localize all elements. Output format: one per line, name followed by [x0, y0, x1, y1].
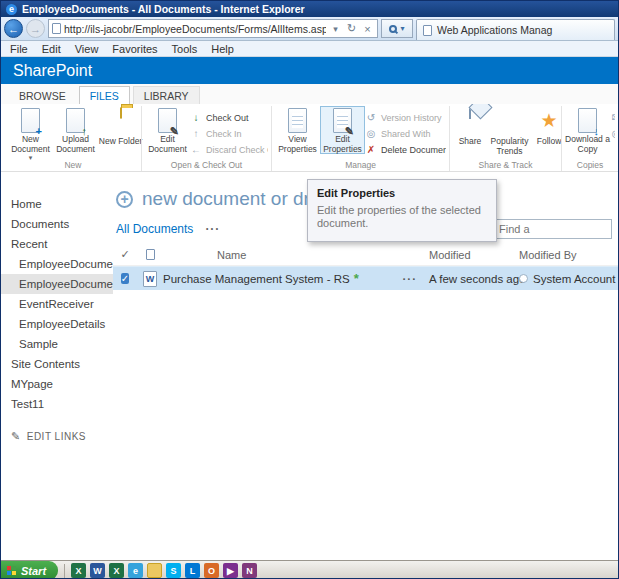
find-file-input[interactable] — [494, 219, 612, 239]
menu-help[interactable]: Help — [211, 43, 234, 55]
edit-document-button[interactable]: Edit Document — [145, 106, 190, 154]
excel-icon[interactable]: X — [71, 563, 86, 578]
word-icon[interactable]: W — [90, 563, 105, 578]
share-icon — [469, 107, 471, 119]
stop-icon[interactable] — [361, 23, 374, 35]
url-text[interactable]: http://ils-jacobr/EmployeeDocuments/Form… — [64, 23, 326, 35]
ribbon-group-new: New Document Upload Document New Folder … — [5, 106, 141, 171]
button-label: Shared With — [381, 129, 431, 139]
back-button[interactable] — [4, 19, 23, 38]
tab-browse[interactable]: BROWSE — [9, 87, 76, 104]
menu-file[interactable]: File — [10, 43, 28, 55]
check-in-button[interactable]: Check In — [190, 127, 268, 140]
version-history-button[interactable]: Version History — [365, 111, 446, 124]
share-button[interactable]: Share — [453, 106, 487, 146]
excel-icon-2[interactable]: X — [109, 563, 124, 578]
shared-with-icon — [365, 128, 377, 140]
ribbon: New Document Upload Document New Folder … — [1, 104, 618, 172]
address-dropdown-icon[interactable] — [329, 24, 342, 34]
sidebar-item-sample[interactable]: Sample — [1, 334, 113, 354]
onenote-icon[interactable]: N — [242, 563, 257, 578]
chevron-down-icon — [400, 24, 404, 33]
skype-icon[interactable]: S — [166, 563, 181, 578]
menu-view[interactable]: View — [75, 43, 99, 55]
view-properties-icon — [288, 108, 307, 133]
sidebar-item-eventreceiver[interactable]: EventReceiver — [1, 294, 113, 314]
view-more-button[interactable]: ··· — [205, 222, 220, 236]
ribbon-group-copies: Download a Copy Copies — [561, 106, 618, 171]
group-label-new: New — [5, 160, 141, 170]
view-properties-button[interactable]: View Properties — [275, 106, 320, 154]
manage-copies-icon — [610, 128, 615, 140]
sharepoint-brand[interactable]: SharePoint — [13, 62, 92, 80]
sidebar-item-recent[interactable]: Recent — [1, 234, 113, 254]
discard-check-out-button[interactable]: Discard Check Out — [190, 143, 268, 156]
sidebar-item-mypage[interactable]: MYpage — [1, 374, 113, 394]
tooltip-description: Edit the properties of the selected docu… — [317, 204, 487, 230]
search-icon — [389, 25, 397, 33]
address-bar[interactable]: http://ils-jacobr/EmployeeDocuments/Form… — [48, 19, 378, 38]
version-history-icon — [365, 112, 377, 124]
sidebar-item-test11[interactable]: Test11 — [1, 394, 113, 414]
modified-by-value[interactable]: System Account — [533, 273, 615, 285]
select-all-checkbox[interactable] — [113, 248, 137, 261]
menu-edit[interactable]: Edit — [42, 43, 61, 55]
edit-properties-button[interactable]: Edit Properties — [320, 106, 365, 154]
ribbon-group-open-checkout: Edit Document Check Out Check In Discard… — [141, 106, 271, 171]
sidebar-item-employeedocuments[interactable]: EmployeeDocuments — [1, 274, 113, 294]
refresh-icon[interactable] — [345, 22, 358, 35]
browser-tab[interactable]: Web Applications Manag — [416, 19, 615, 40]
tab-library[interactable]: LIBRARY — [133, 86, 200, 104]
download-a-copy-button[interactable]: Download a Copy — [565, 106, 610, 154]
name-column-header[interactable]: Name — [163, 249, 425, 261]
group-label-share-track: Share & Track — [450, 160, 561, 170]
start-label: Start — [21, 565, 46, 577]
upload-document-button[interactable]: Upload Document — [53, 106, 98, 154]
sidebar-item-home[interactable]: Home — [1, 194, 113, 214]
modified-by-column-header[interactable]: Modified By — [515, 249, 618, 261]
file-type-icon — [146, 249, 155, 260]
modified-column-header[interactable]: Modified — [425, 249, 515, 261]
new-document-button[interactable]: New Document — [8, 106, 53, 161]
view-all-documents[interactable]: All Documents — [116, 222, 193, 236]
check-out-icon — [190, 112, 202, 124]
check-out-button[interactable]: Check Out — [190, 111, 268, 124]
edit-links-label: EDIT LINKS — [27, 431, 86, 442]
presence-icon — [519, 274, 528, 283]
open-callout-button[interactable]: ··· — [403, 273, 418, 285]
menu-favorites[interactable]: Favorites — [112, 43, 157, 55]
sidebar-item-site-contents[interactable]: Site Contents — [1, 354, 113, 374]
edit-links-button[interactable]: EDIT LINKS — [1, 430, 113, 443]
clipped-ribbon-button-2[interactable] — [610, 127, 615, 140]
tab-page-icon — [423, 25, 432, 36]
table-row[interactable]: W Purchase Management System - RS ··· A … — [113, 266, 618, 290]
delete-document-button[interactable]: Delete Document — [365, 143, 446, 156]
new-document-link-label: new document or dr — [142, 188, 310, 210]
document-name[interactable]: Purchase Management System - RS — [163, 273, 350, 285]
sidebar-item-documents[interactable]: Documents — [1, 214, 113, 234]
sidebar-item-employeedetails[interactable]: EmployeeDetails — [1, 314, 113, 334]
shared-with-button[interactable]: Shared With — [365, 127, 446, 140]
browser-window: EmployeeDocuments - All Documents - Inte… — [0, 0, 619, 579]
popularity-trends-button[interactable]: Popularity Trends — [487, 106, 532, 156]
edit-properties-tooltip: Edit Properties Edit the properties of t… — [307, 179, 497, 242]
download-a-copy-icon — [578, 108, 597, 133]
folder-icon[interactable] — [147, 563, 162, 578]
upload-document-icon — [66, 108, 85, 133]
media-player-icon[interactable]: ▶ — [223, 563, 238, 578]
search-button[interactable] — [381, 19, 413, 38]
ie-icon[interactable]: e — [128, 563, 143, 578]
forward-button[interactable] — [26, 19, 45, 38]
row-checkbox[interactable] — [121, 273, 129, 284]
start-button[interactable]: Start — [1, 561, 58, 579]
sidebar-item-employeedocumentlog[interactable]: EmployeeDocumentLog — [1, 254, 113, 274]
new-folder-button[interactable]: New Folder — [98, 106, 143, 146]
menu-tools[interactable]: Tools — [172, 43, 198, 55]
button-label: Upload Document — [53, 134, 98, 154]
check-in-icon — [190, 128, 202, 140]
lync-icon[interactable]: L — [185, 563, 200, 578]
type-column-header[interactable] — [137, 249, 163, 260]
clipped-ribbon-button-1[interactable] — [610, 111, 615, 124]
outlook-icon[interactable]: O — [204, 563, 219, 578]
tab-files[interactable]: FILES — [79, 86, 130, 104]
